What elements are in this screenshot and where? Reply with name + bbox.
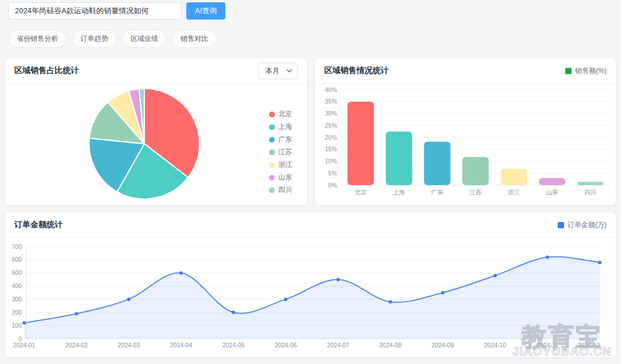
svg-text:35%: 35% [325, 98, 337, 105]
svg-text:2024-03: 2024-03 [118, 342, 140, 348]
quick-tag[interactable]: 省份销售分析 [8, 30, 67, 48]
legend-dot-icon [269, 150, 275, 155]
svg-text:北京: 北京 [354, 189, 367, 196]
pie-card-header: 区域销售占比统计 本月 [5, 58, 307, 84]
svg-text:200: 200 [12, 309, 22, 316]
quick-tag[interactable]: 销售对比 [172, 30, 217, 48]
legend-dot-icon [269, 175, 275, 181]
pie-legend-item: 江苏 [269, 147, 292, 157]
period-select[interactable]: 本月 [258, 63, 298, 79]
svg-text:四川: 四川 [584, 189, 596, 196]
svg-text:2024-10: 2024-10 [484, 342, 507, 348]
svg-text:0%: 0% [328, 182, 337, 189]
svg-text:上海: 上海 [393, 189, 405, 196]
line-legend: 订单金额(万) [558, 220, 607, 230]
svg-text:2024-02: 2024-02 [66, 342, 88, 348]
line-chart-svg: 01002003004005006007002024-012024-022024… [5, 238, 616, 357]
svg-text:400: 400 [12, 282, 22, 289]
legend-label: 江苏 [278, 147, 292, 157]
bar-legend-swatch [565, 68, 572, 74]
legend-dot-icon [269, 124, 275, 130]
line-legend-swatch [558, 222, 564, 228]
svg-text:2024-05: 2024-05 [223, 342, 245, 348]
legend-dot-icon [269, 162, 275, 168]
period-select-value: 本月 [266, 66, 279, 76]
legend-dot-icon [269, 187, 275, 193]
bar-card-header: 区域销售情况统计 销售额(%) [315, 58, 616, 84]
legend-dot-icon [269, 112, 275, 117]
line-card-header: 订单金额统计 订单金额(万) [5, 212, 616, 238]
dashboard-page: AI查询 省份销售分析订单趋势区域业绩销售对比 区域销售占比统计 本月 北京上海… [0, 0, 621, 364]
svg-text:10%: 10% [325, 158, 337, 164]
line-card-title: 订单金额统计 [14, 220, 63, 230]
svg-text:30%: 30% [325, 110, 337, 117]
bar-card-title: 区域销售情况统计 [324, 66, 389, 76]
svg-text:100: 100 [12, 322, 22, 329]
svg-text:江苏: 江苏 [470, 189, 482, 196]
svg-text:700: 700 [12, 243, 22, 250]
ai-query-input[interactable] [8, 2, 182, 20]
svg-text:广东: 广东 [431, 189, 443, 196]
pie-legend-item: 广东 [269, 135, 292, 144]
quick-tag[interactable]: 订单趋势 [72, 30, 117, 48]
pie-legend-item: 北京 [269, 109, 292, 119]
svg-text:5%: 5% [328, 170, 337, 177]
svg-text:300: 300 [12, 296, 22, 302]
svg-text:0: 0 [18, 335, 22, 342]
bar-card: 区域销售情况统计 销售额(%) 0%5%10%15%20%25%30%35%40… [315, 58, 616, 206]
legend-label: 山东 [278, 173, 292, 182]
svg-text:20%: 20% [325, 134, 337, 141]
svg-text:2024-12: 2024-12 [577, 342, 600, 348]
pie-card: 区域销售占比统计 本月 北京上海广东江苏浙江山东四川 [5, 58, 308, 206]
pie-legend-item: 四川 [269, 185, 292, 195]
pie-legend-item: 上海 [269, 122, 292, 132]
quick-tags: 省份销售分析订单趋势区域业绩销售对比 [8, 30, 217, 48]
svg-text:2024-09: 2024-09 [432, 342, 454, 348]
pie-legend: 北京上海广东江苏浙江山东四川 [269, 109, 292, 195]
svg-text:600: 600 [12, 256, 22, 263]
svg-text:2024-04: 2024-04 [170, 342, 193, 348]
legend-label: 浙江 [278, 160, 292, 170]
svg-text:2024-08: 2024-08 [379, 342, 402, 348]
chevron-down-icon [286, 69, 292, 72]
svg-text:15%: 15% [325, 145, 337, 152]
svg-text:2024-11: 2024-11 [536, 342, 558, 348]
svg-text:2024-07: 2024-07 [327, 342, 350, 348]
quick-tag[interactable]: 区域业绩 [122, 30, 167, 48]
bar-chart-svg: 0%5%10%15%20%25%30%35%40%北京上海广东江苏浙江山东四川 [315, 84, 617, 205]
svg-text:2024-06: 2024-06 [275, 342, 297, 348]
pie-legend-item: 浙江 [269, 160, 292, 170]
line-legend-label: 订单金额(万) [568, 220, 607, 230]
svg-text:2024-01: 2024-01 [13, 342, 36, 348]
legend-label: 北京 [278, 109, 292, 119]
legend-label: 上海 [278, 122, 292, 132]
legend-label: 广东 [278, 135, 292, 144]
svg-text:浙江: 浙江 [508, 189, 520, 196]
svg-text:山东: 山东 [546, 189, 558, 196]
bar-legend-label: 销售额(%) [575, 66, 607, 76]
line-card: 订单金额统计 订单金额(万) 0100200300400500600700202… [5, 212, 616, 358]
legend-label: 四川 [278, 185, 292, 195]
bar-legend: 销售额(%) [565, 66, 607, 76]
bar-chart-area: 0%5%10%15%20%25%30%35%40%北京上海广东江苏浙江山东四川 [315, 84, 616, 205]
pie-legend-item: 山东 [269, 173, 292, 182]
ai-query-button[interactable]: AI查询 [186, 2, 225, 20]
pie-chart-svg [5, 84, 308, 205]
pie-card-title: 区域销售占比统计 [14, 66, 79, 76]
legend-dot-icon [269, 137, 275, 143]
query-bar: AI查询 [8, 2, 225, 20]
svg-text:40%: 40% [325, 86, 337, 93]
svg-text:500: 500 [12, 269, 22, 276]
svg-text:25%: 25% [325, 122, 337, 129]
line-chart-area: 01002003004005006007002024-012024-022024… [5, 238, 616, 357]
pie-chart-area: 北京上海广东江苏浙江山东四川 [5, 84, 307, 205]
